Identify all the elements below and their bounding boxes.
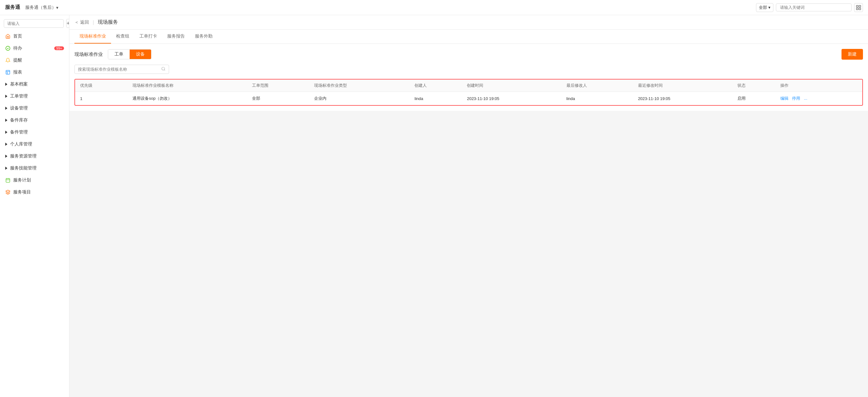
cell-actions: 编辑 停用 ... bbox=[775, 92, 862, 105]
sidebar-item-spare-mgmt[interactable]: 备件管理 bbox=[0, 126, 69, 138]
cell-name: 通用设备sop（勿改） bbox=[127, 92, 247, 105]
tab-sop[interactable]: 现场标准作业 bbox=[74, 30, 111, 43]
new-button[interactable]: 新建 bbox=[841, 49, 863, 60]
sidebar-item-service-plan[interactable]: 服务计划 bbox=[0, 174, 69, 186]
spare-storage-icon bbox=[5, 118, 7, 123]
svg-marker-14 bbox=[5, 155, 7, 158]
col-status: 状态 bbox=[733, 80, 775, 92]
service-project-icon bbox=[5, 189, 11, 195]
sidebar-item-todo[interactable]: 待办 99+ bbox=[0, 42, 69, 54]
svg-marker-12 bbox=[5, 131, 7, 134]
back-button[interactable]: ＜ 返回 bbox=[74, 20, 89, 25]
table-header-row: 优先级 现场标准作业模板名称 工单范围 现场标准作业类型 创建人 创建时间 最后… bbox=[75, 80, 862, 92]
sidebar-item-personal-storage[interactable]: 个人库管理 bbox=[0, 138, 69, 150]
svg-marker-20 bbox=[6, 190, 10, 192]
svg-marker-11 bbox=[5, 119, 7, 122]
user-icon[interactable] bbox=[854, 3, 863, 12]
svg-marker-15 bbox=[5, 166, 7, 170]
sidebar-item-reminder[interactable]: 提醒 bbox=[0, 54, 69, 66]
sidebar-item-report-label: 报表 bbox=[13, 69, 22, 75]
sub-title: 现场标准作业 bbox=[74, 52, 103, 57]
sidebar-item-reminder-label: 提醒 bbox=[13, 57, 22, 63]
service-selector[interactable]: 服务通（售后） ▾ bbox=[25, 5, 58, 10]
col-last-modifier: 最后修改人 bbox=[561, 80, 633, 92]
top-search-area: 全部 ▾ bbox=[756, 3, 863, 12]
sidebar-item-equipment[interactable]: 设备管理 bbox=[0, 102, 69, 114]
back-chevron: ＜ bbox=[74, 20, 79, 25]
svg-rect-0 bbox=[856, 5, 858, 7]
top-search-input[interactable] bbox=[776, 3, 851, 11]
main-layout: + 首页 待办 99+ 提醒 bbox=[0, 15, 868, 397]
cell-status: 启用 bbox=[733, 92, 775, 105]
sub-header: 现场标准作业 工单 设备 新建 bbox=[74, 49, 863, 60]
svg-marker-10 bbox=[5, 107, 7, 110]
sidebar-add-button[interactable]: + bbox=[66, 19, 69, 28]
sidebar-item-service-resource[interactable]: 服务资源管理 bbox=[0, 150, 69, 162]
brand-logo: 服务通 bbox=[5, 4, 20, 11]
home-icon bbox=[5, 33, 11, 39]
sidebar-search-input[interactable] bbox=[4, 19, 64, 28]
tab-navigation: 现场标准作业 检查组 工单打卡 服务报告 服务外勤 bbox=[69, 30, 868, 44]
tab-checkin[interactable]: 工单打卡 bbox=[134, 30, 162, 43]
svg-line-22 bbox=[164, 70, 165, 71]
toggle-work-order[interactable]: 工单 bbox=[108, 50, 130, 59]
sidebar-item-report[interactable]: 报表 bbox=[0, 66, 69, 78]
svg-marker-9 bbox=[5, 95, 7, 98]
search-bar bbox=[74, 65, 169, 74]
svg-marker-13 bbox=[5, 143, 7, 146]
sidebar-item-personal-storage-label: 个人库管理 bbox=[10, 142, 32, 147]
work-order-icon bbox=[5, 94, 7, 99]
basic-files-icon bbox=[5, 82, 7, 87]
svg-point-21 bbox=[162, 67, 165, 70]
sidebar-item-home[interactable]: 首页 bbox=[0, 30, 69, 42]
cell-type: 企业内 bbox=[309, 92, 409, 105]
sidebar-item-service-project[interactable]: 服务项目 bbox=[0, 186, 69, 198]
action-stop[interactable]: 停用 bbox=[792, 96, 800, 101]
svg-rect-2 bbox=[856, 8, 858, 9]
svg-marker-8 bbox=[5, 83, 7, 86]
table-wrapper: 优先级 现场标准作业模板名称 工单范围 现场标准作业类型 创建人 创建时间 最后… bbox=[74, 79, 863, 106]
sidebar-item-service-plan-label: 服务计划 bbox=[13, 177, 31, 183]
col-create-time: 创建时间 bbox=[462, 80, 561, 92]
todo-icon bbox=[5, 45, 11, 51]
sidebar-item-todo-label: 待办 bbox=[13, 45, 22, 51]
sidebar-item-spare-storage-label: 备件库存 bbox=[10, 117, 28, 123]
cell-create-time: 2023-11-10 19:05 bbox=[462, 92, 561, 105]
tab-report[interactable]: 服务报告 bbox=[162, 30, 190, 43]
toggle-group: 工单 设备 bbox=[108, 49, 151, 59]
scope-select[interactable]: 全部 ▾ bbox=[756, 3, 773, 12]
sidebar-item-home-label: 首页 bbox=[13, 33, 22, 39]
back-label: 返回 bbox=[80, 20, 89, 25]
tab-field[interactable]: 服务外勤 bbox=[190, 30, 218, 43]
toggle-equipment[interactable]: 设备 bbox=[130, 50, 151, 59]
tab-inspection[interactable]: 检查组 bbox=[111, 30, 134, 43]
sidebar-item-basic-files[interactable]: 基本档案 bbox=[0, 78, 69, 90]
table-row: 1 通用设备sop（勿改） 全部 企业内 linda 2023-11-10 19… bbox=[75, 92, 862, 105]
action-more[interactable]: ... bbox=[804, 96, 807, 101]
sidebar-item-service-project-label: 服务项目 bbox=[13, 189, 31, 195]
todo-badge: 99+ bbox=[54, 47, 64, 50]
sidebar-item-equipment-label: 设备管理 bbox=[10, 105, 28, 111]
sidebar-item-service-skill[interactable]: 服务技能管理 bbox=[0, 162, 69, 174]
col-last-modify-time: 最近修改时间 bbox=[633, 80, 733, 92]
service-label: 服务通（售后） bbox=[25, 5, 56, 10]
equipment-icon bbox=[5, 106, 7, 111]
cell-scope: 全部 bbox=[247, 92, 309, 105]
svg-rect-1 bbox=[859, 5, 861, 7]
sidebar-item-work-order[interactable]: 工单管理 bbox=[0, 90, 69, 102]
col-type: 现场标准作业类型 bbox=[309, 80, 409, 92]
personal-storage-icon bbox=[5, 142, 7, 147]
service-chevron: ▾ bbox=[56, 5, 58, 10]
page-title: 现场服务 bbox=[98, 19, 118, 26]
cell-last-modifier: linda bbox=[561, 92, 633, 105]
col-priority: 优先级 bbox=[75, 80, 127, 92]
sidebar-item-service-resource-label: 服务资源管理 bbox=[10, 153, 37, 159]
search-input[interactable] bbox=[78, 67, 159, 72]
content-area: ＜ 返回 | 现场服务 现场标准作业 检查组 工单打卡 服务报告 服务外勤 bbox=[69, 15, 868, 397]
sidebar-item-spare-storage[interactable]: 备件库存 bbox=[0, 114, 69, 126]
sidebar: + 首页 待办 99+ 提醒 bbox=[0, 15, 69, 397]
action-edit[interactable]: 编辑 bbox=[780, 96, 788, 101]
page-content: 现场标准作业 工单 设备 新建 bbox=[69, 44, 868, 111]
svg-rect-3 bbox=[859, 8, 861, 9]
page-header: ＜ 返回 | 现场服务 bbox=[69, 15, 868, 30]
